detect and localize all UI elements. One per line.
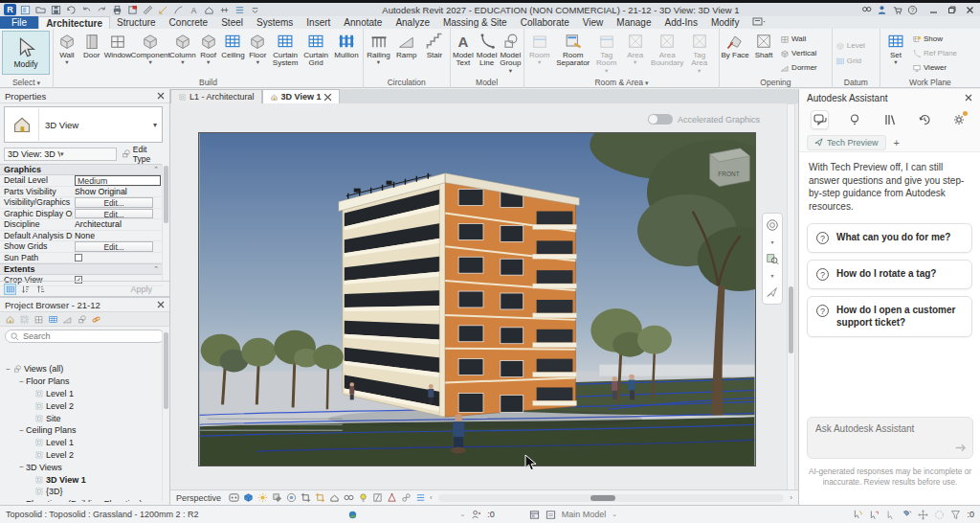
- tool-roof[interactable]: Roof▾: [196, 30, 221, 77]
- crop-view-icon[interactable]: [301, 492, 311, 503]
- browser-schedules-icon[interactable]: [48, 314, 58, 325]
- tool-railing[interactable]: Railing▾: [365, 30, 392, 77]
- assistant-close-icon[interactable]: [965, 94, 972, 102]
- aligned-dimension-icon[interactable]: [157, 4, 169, 15]
- orbit-icon[interactable]: [766, 285, 779, 299]
- view-tab-3d[interactable]: 3D View 1: [262, 89, 341, 103]
- sync-icon[interactable]: [65, 4, 78, 15]
- send-icon[interactable]: [954, 442, 967, 454]
- store-icon[interactable]: [891, 4, 903, 15]
- tab-analyze[interactable]: Analyze: [389, 16, 436, 29]
- tool-viewer[interactable]: Viewer: [912, 63, 957, 73]
- model-line-icon[interactable]: [172, 4, 185, 15]
- browser-groups-icon[interactable]: [77, 314, 87, 325]
- tool-wall[interactable]: Wall▾: [55, 30, 79, 77]
- tree-views-all[interactable]: −Views (all): [0, 363, 163, 375]
- tab-concrete[interactable]: Concrete: [163, 16, 215, 29]
- show-grids-edit-button[interactable]: Edit...: [75, 241, 153, 252]
- export-icon[interactable]: [126, 4, 139, 15]
- tool-component[interactable]: Component▾: [131, 30, 169, 77]
- search-icon[interactable]: [860, 4, 873, 15]
- tool-show-work-plane[interactable]: Show: [912, 34, 957, 44]
- tab-massing-site[interactable]: Massing & Site: [436, 16, 514, 29]
- dashed-circle-icon[interactable]: [934, 510, 945, 520]
- tab-file[interactable]: File: [0, 16, 38, 29]
- scale-icon[interactable]: [229, 492, 239, 503]
- save-icon[interactable]: [50, 4, 62, 15]
- tool-ramp[interactable]: Ramp: [392, 30, 420, 77]
- close-tab-icon[interactable]: [323, 93, 332, 102]
- history-icon[interactable]: [915, 110, 933, 129]
- select-underlay-icon[interactable]: [885, 510, 896, 520]
- modify-tool[interactable]: Modify: [2, 31, 50, 75]
- library-icon[interactable]: [880, 110, 899, 129]
- tree-level-1[interactable]: Level 1: [0, 388, 163, 400]
- worksharing-display-icon[interactable]: [415, 492, 426, 503]
- visual-style-icon[interactable]: [243, 492, 254, 503]
- tree-site[interactable]: Site: [0, 412, 163, 424]
- tab-insert[interactable]: Insert: [300, 16, 337, 29]
- main-model-icon[interactable]: [546, 510, 556, 520]
- tool-dormer-opening[interactable]: Dormer: [780, 63, 817, 73]
- tab-systems[interactable]: Systems: [250, 16, 300, 29]
- tree-floor-plans[interactable]: −Floor Plans: [0, 375, 163, 388]
- visibility-graphics-edit-button[interactable]: Edit...: [75, 197, 153, 208]
- undo-icon[interactable]: [80, 4, 93, 15]
- pinned-elements-icon[interactable]: [902, 510, 912, 520]
- properties-close-icon[interactable]: [157, 92, 165, 100]
- steering-wheel-icon[interactable]: [766, 218, 779, 232]
- bim360-icon[interactable]: [347, 510, 358, 520]
- sun-path-icon[interactable]: [257, 492, 268, 503]
- tech-preview-tab[interactable]: Tech Preview: [807, 135, 886, 150]
- instance-selector[interactable]: 3D View: 3D View 1▾: [4, 148, 117, 161]
- tool-mullion[interactable]: Mullion: [331, 30, 362, 77]
- browser-scrollbar[interactable]: [162, 330, 168, 501]
- suggestion-card-3[interactable]: ? How do I open a customer support ticke…: [807, 296, 972, 337]
- measure-icon[interactable]: [142, 4, 154, 15]
- viewport-3d[interactable]: FRONT: [198, 132, 756, 466]
- shadows-icon[interactable]: [272, 492, 282, 503]
- zoom-dropdown-icon[interactable]: ▾: [770, 272, 773, 279]
- browser-home-icon[interactable]: [5, 314, 15, 325]
- tab-view[interactable]: View: [576, 16, 611, 29]
- graphic-display-edit-button[interactable]: Edit...: [75, 209, 153, 219]
- text-icon[interactable]: A: [188, 4, 200, 15]
- file-icon[interactable]: [19, 4, 32, 15]
- reveal-hidden-icon[interactable]: [358, 492, 368, 503]
- sort-descending-icon[interactable]: [34, 284, 47, 295]
- worksets-icon[interactable]: [471, 510, 481, 520]
- scroll-thumb[interactable]: [789, 286, 793, 353]
- scroll-left-icon[interactable]: ‹: [430, 493, 433, 502]
- discipline-value[interactable]: Architectural: [75, 219, 122, 229]
- browser-sheets-icon[interactable]: [33, 314, 44, 325]
- type-dropdown-icon[interactable]: ▾: [153, 121, 157, 129]
- scroll-right-icon[interactable]: ›: [790, 493, 792, 502]
- suggestion-card-2[interactable]: ? How do I rotate a tag?: [807, 260, 972, 289]
- tool-model-text[interactable]: Model Text: [452, 30, 476, 77]
- revit-logo[interactable]: R: [4, 4, 16, 15]
- panel-label-room-area[interactable]: Room & Area: [524, 77, 719, 88]
- show-crop-region-icon[interactable]: [315, 492, 325, 503]
- tab-modify[interactable]: Modify: [704, 16, 746, 29]
- tool-door[interactable]: Door: [79, 30, 104, 77]
- temporary-view-properties-icon[interactable]: [372, 492, 383, 503]
- navigation-bar[interactable]: ▾ ▾: [762, 213, 783, 305]
- tab-collaborate[interactable]: Collaborate: [514, 16, 576, 29]
- tree-3d-views[interactable]: −3D Views: [0, 461, 163, 473]
- temporary-hide-isolate-icon[interactable]: [344, 492, 354, 503]
- analytical-model-icon[interactable]: [387, 492, 397, 503]
- browser-views-icon[interactable]: [19, 314, 30, 325]
- qat-customize-icon[interactable]: [249, 4, 261, 15]
- accelerated-graphics-toggle[interactable]: Accelerated Graphics: [648, 114, 760, 125]
- design-options-icon[interactable]: [529, 510, 540, 520]
- tool-model-line[interactable]: Model Line: [475, 30, 499, 77]
- tab-structure[interactable]: Structure: [110, 16, 163, 29]
- scroll-thumb[interactable]: [590, 495, 615, 501]
- tab-add-ins[interactable]: Add-Ins: [657, 16, 703, 29]
- tree-ceiling-level-2[interactable]: Level 2: [0, 449, 163, 462]
- edit-type-button[interactable]: Edit Type: [121, 145, 167, 164]
- account-icon[interactable]: [876, 4, 888, 15]
- suggestion-card-1[interactable]: ? What can you do for me?: [807, 223, 972, 253]
- redo-icon[interactable]: [96, 4, 108, 15]
- help-icon[interactable]: ?: [906, 4, 919, 15]
